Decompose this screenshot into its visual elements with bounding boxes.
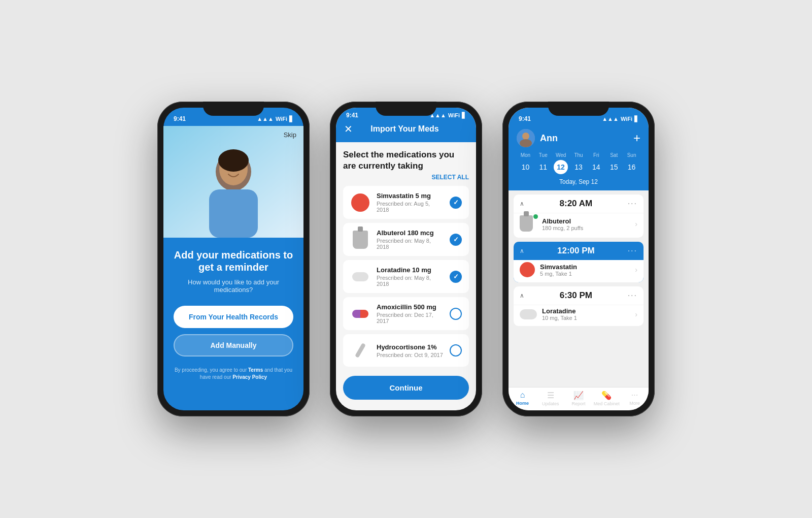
nav-title-2: Import Your Meds bbox=[357, 124, 453, 134]
simvastatin-name: Simvastatin bbox=[540, 263, 630, 271]
nav-home[interactable]: ⌂ Home bbox=[509, 391, 536, 406]
notch-2 bbox=[376, 102, 436, 116]
add-manually-button[interactable]: Add Manually bbox=[174, 334, 293, 357]
home-label: Home bbox=[516, 401, 529, 406]
med-row-albuterol: Albuterol 180 mcg, 2 puffs › bbox=[514, 213, 644, 238]
home-icon: ⌂ bbox=[520, 391, 525, 400]
time-2: 9:41 bbox=[346, 112, 358, 119]
battery-icon-2: ▋ bbox=[462, 112, 466, 119]
cal-day-tue: Tue bbox=[534, 152, 552, 158]
med-icon-amoxicillin bbox=[350, 304, 370, 324]
phone-2: 9:41 ▲▲▲ WiFi ▋ ✕ Import Your Meds Selec… bbox=[330, 102, 482, 416]
med-check-0[interactable] bbox=[450, 197, 462, 209]
phone-1: 9:41 ▲▲▲ WiFi ▋ Skip bbox=[157, 102, 310, 416]
simvastatin-icon bbox=[520, 262, 535, 277]
privacy-link[interactable]: Privacy Policy bbox=[232, 374, 267, 380]
nav-med-cabinet[interactable]: 💊 Med Cabinet bbox=[593, 391, 621, 406]
phone1-content: Add your medications to get a reminder H… bbox=[163, 238, 303, 389]
nav-more[interactable]: ··· More bbox=[621, 391, 649, 406]
svg-point-7 bbox=[520, 139, 532, 147]
cal-date-14[interactable]: 14 bbox=[587, 163, 605, 171]
med-item-3: Amoxicillin 500 mg Prescribed on: Dec 17… bbox=[343, 297, 469, 330]
med-check-4[interactable] bbox=[450, 344, 462, 357]
battery-icon: ▋ bbox=[289, 116, 293, 122]
select-all-btn[interactable]: SELECT ALL bbox=[343, 174, 469, 181]
bottom-nav: ⌂ Home ☰ Updates 📈 Report 💊 Med Cabinet … bbox=[509, 387, 649, 410]
dots-12pm: ··· bbox=[628, 246, 637, 255]
cal-days: Mon Tue Wed Thu Fri Sat Sun bbox=[517, 152, 640, 158]
user-avatar bbox=[517, 129, 535, 147]
cal-date-12-today[interactable]: 12 bbox=[552, 160, 570, 174]
phone-3-screen: 9:41 ▲▲▲ WiFi ▋ Ann + bbox=[509, 108, 649, 410]
cal-day-mon: Mon bbox=[517, 152, 534, 158]
status-icons-3: ▲▲▲ WiFi ▋ bbox=[602, 116, 638, 122]
cal-day-thu: Thu bbox=[570, 152, 588, 158]
cal-day-fri: Fri bbox=[587, 152, 605, 158]
med-cabinet-icon: 💊 bbox=[601, 391, 612, 400]
continue-button[interactable]: Continue bbox=[343, 376, 469, 400]
med-check-1[interactable] bbox=[450, 234, 462, 246]
cal-date-13[interactable]: 13 bbox=[570, 163, 588, 171]
albuterol-arrow[interactable]: › bbox=[635, 220, 637, 228]
user-name: Ann bbox=[540, 133, 628, 144]
report-icon: 📈 bbox=[573, 391, 584, 400]
terms-link[interactable]: Terms bbox=[248, 367, 263, 373]
loratadine-name: Loratadine bbox=[542, 307, 630, 315]
nav-report[interactable]: 📈 Report bbox=[564, 391, 592, 406]
more-label: More bbox=[629, 401, 640, 406]
med-row-simvastatin: Simvastatin 5 mg, Take 1 › bbox=[514, 260, 644, 282]
simvastatin-arrow[interactable]: › bbox=[635, 266, 637, 274]
phone-3: 9:41 ▲▲▲ WiFi ▋ Ann + bbox=[502, 102, 655, 416]
med-item-0: Simvastatin 5 mg Prescribed on: Aug 5, 2… bbox=[343, 186, 469, 219]
signal-icon: ▲▲▲ bbox=[257, 116, 274, 122]
cal-date-16[interactable]: 16 bbox=[623, 163, 640, 171]
cal-day-sat: Sat bbox=[605, 152, 623, 158]
report-label: Report bbox=[572, 401, 586, 406]
today-label: Today, Sep 12 bbox=[517, 174, 640, 190]
hero-image: Skip bbox=[163, 126, 303, 238]
calendar: Mon Tue Wed Thu Fri Sat Sun 10 11 12 13 … bbox=[509, 152, 649, 190]
cal-date-10[interactable]: 10 bbox=[517, 163, 534, 171]
from-health-records-button[interactable]: From Your Health Records bbox=[174, 306, 293, 328]
simvastatin-detail: 5 mg, Take 1 bbox=[540, 271, 630, 277]
cal-day-wed: Wed bbox=[552, 152, 570, 158]
hero-svg bbox=[163, 126, 303, 238]
phone3-header: Ann + bbox=[509, 126, 649, 152]
nav-updates[interactable]: ☰ Updates bbox=[536, 391, 564, 406]
chevron-8am: ∧ bbox=[520, 200, 524, 207]
main-title: Add your medications to get a reminder bbox=[174, 249, 293, 273]
med-icon-albuterol bbox=[350, 230, 370, 250]
med-item-1: Albuterol 180 mcg Prescribed on: May 8, … bbox=[343, 223, 469, 256]
albuterol-icon bbox=[520, 215, 537, 233]
sub-title: How would you like to add your medicatio… bbox=[174, 278, 293, 294]
close-button[interactable]: ✕ bbox=[344, 123, 353, 135]
svg-point-4 bbox=[218, 149, 249, 172]
time-label-8am: 8:20 AM bbox=[527, 199, 625, 209]
chevron-630pm: ∧ bbox=[520, 292, 524, 299]
add-button[interactable]: + bbox=[633, 131, 640, 145]
med-item-4: Hydrocortisone 1% Prescribed on: Oct 9, … bbox=[343, 334, 469, 367]
notch-3 bbox=[548, 102, 609, 116]
svg-rect-2 bbox=[209, 189, 258, 238]
dots-8am: ··· bbox=[628, 199, 637, 208]
cal-date-15[interactable]: 15 bbox=[605, 163, 623, 171]
med-item-2: Loratadine 10 mg Prescribed on: May 8, 2… bbox=[343, 260, 469, 293]
med-check-2[interactable] bbox=[450, 271, 462, 283]
wifi-icon: WiFi bbox=[276, 116, 287, 122]
updates-label: Updates bbox=[542, 401, 559, 406]
skip-button[interactable]: Skip bbox=[284, 131, 296, 139]
chevron-12pm: ∧ bbox=[520, 247, 524, 254]
med-check-3[interactable] bbox=[450, 308, 462, 320]
cal-date-11[interactable]: 11 bbox=[534, 163, 552, 171]
med-cabinet-label: Med Cabinet bbox=[594, 401, 620, 406]
dots-630pm: ··· bbox=[628, 291, 637, 300]
albuterol-name: Albuterol bbox=[542, 217, 630, 225]
time-block-8am: ∧ 8:20 AM ··· Albuterol 180 mcg, 2 puffs bbox=[514, 195, 644, 238]
nav-bar-2: ✕ Import Your Meds bbox=[336, 119, 476, 142]
albuterol-detail: 180 mcg, 2 puffs bbox=[542, 225, 630, 231]
signal-icon-3: ▲▲▲ bbox=[602, 116, 619, 122]
cal-dates: 10 11 12 13 14 15 16 bbox=[517, 160, 640, 174]
loratadine-arrow[interactable]: › bbox=[635, 310, 637, 318]
notch-1 bbox=[203, 102, 264, 116]
updates-icon: ☰ bbox=[547, 391, 554, 400]
